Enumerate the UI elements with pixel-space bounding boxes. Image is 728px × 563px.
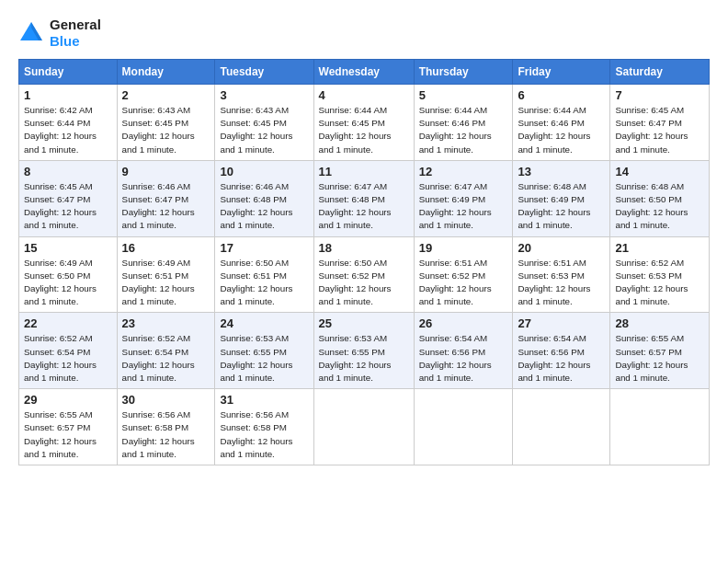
daylight-label: Daylight: 12 hoursand 1 minute. (122, 131, 195, 154)
daylight-label: Daylight: 12 hoursand 1 minute. (419, 360, 492, 383)
calendar-cell: 17 Sunrise: 6:50 AM Sunset: 6:51 PM Dayl… (215, 236, 313, 313)
calendar-header-tuesday: Tuesday (215, 60, 313, 85)
sunset-label: Sunset: 6:56 PM (419, 347, 485, 357)
calendar-cell: 31 Sunrise: 6:56 AM Sunset: 6:58 PM Dayl… (215, 389, 313, 465)
day-number: 27 (518, 316, 605, 330)
day-info: Sunrise: 6:51 AM Sunset: 6:52 PM Dayligh… (419, 257, 508, 309)
sunrise-label: Sunrise: 6:53 AM (319, 333, 388, 343)
day-info: Sunrise: 6:43 AM Sunset: 6:45 PM Dayligh… (122, 104, 210, 156)
day-info: Sunrise: 6:55 AM Sunset: 6:57 PM Dayligh… (24, 408, 112, 461)
day-number: 30 (122, 393, 210, 407)
sunset-label: Sunset: 6:45 PM (122, 118, 188, 128)
daylight-label: Daylight: 12 hoursand 1 minute. (419, 207, 492, 230)
day-number: 9 (122, 165, 210, 178)
calendar-cell (313, 389, 414, 465)
calendar-cell: 1 Sunrise: 6:42 AM Sunset: 6:44 PM Dayli… (19, 85, 118, 161)
sunrise-label: Sunrise: 6:48 AM (518, 181, 586, 191)
sunrise-label: Sunrise: 6:48 AM (615, 181, 684, 191)
daylight-label: Daylight: 12 hoursand 1 minute. (319, 131, 392, 154)
calendar-week-1: 1 Sunrise: 6:42 AM Sunset: 6:44 PM Dayli… (19, 85, 710, 161)
logo: General Blue (18, 17, 101, 50)
sunset-label: Sunset: 6:51 PM (220, 270, 286, 281)
daylight-label: Daylight: 12 hoursand 1 minute. (220, 131, 292, 154)
daylight-label: Daylight: 12 hoursand 1 minute. (24, 436, 97, 459)
daylight-label: Daylight: 12 hoursand 1 minute. (518, 207, 590, 230)
day-number: 26 (419, 316, 508, 330)
sunset-label: Sunset: 6:55 PM (220, 347, 286, 357)
sunrise-label: Sunrise: 6:44 AM (518, 105, 586, 115)
daylight-label: Daylight: 12 hoursand 1 minute. (615, 131, 688, 154)
calendar-cell (414, 389, 513, 465)
calendar-cell: 22 Sunrise: 6:52 AM Sunset: 6:54 PM Dayl… (19, 313, 118, 389)
calendar-header-wednesday: Wednesday (313, 60, 414, 85)
sunset-label: Sunset: 6:58 PM (122, 422, 188, 432)
day-number: 7 (615, 88, 704, 102)
day-number: 28 (615, 316, 704, 330)
day-info: Sunrise: 6:48 AM Sunset: 6:50 PM Dayligh… (615, 180, 704, 233)
day-info: Sunrise: 6:54 AM Sunset: 6:56 PM Dayligh… (518, 332, 605, 385)
sunset-label: Sunset: 6:45 PM (319, 118, 385, 128)
sunrise-label: Sunrise: 6:54 AM (518, 333, 586, 343)
sunset-label: Sunset: 6:53 PM (615, 270, 681, 281)
sunrise-label: Sunrise: 6:46 AM (122, 181, 191, 191)
daylight-label: Daylight: 12 hoursand 1 minute. (122, 283, 195, 306)
calendar-cell: 23 Sunrise: 6:52 AM Sunset: 6:54 PM Dayl… (117, 313, 215, 389)
day-info: Sunrise: 6:52 AM Sunset: 6:54 PM Dayligh… (24, 332, 112, 385)
day-info: Sunrise: 6:50 AM Sunset: 6:51 PM Dayligh… (220, 257, 308, 309)
calendar-cell: 5 Sunrise: 6:44 AM Sunset: 6:46 PM Dayli… (414, 85, 513, 161)
day-info: Sunrise: 6:53 AM Sunset: 6:55 PM Dayligh… (220, 332, 308, 385)
day-number: 13 (518, 165, 605, 178)
day-number: 16 (122, 241, 210, 255)
day-number: 31 (220, 393, 308, 407)
sunrise-label: Sunrise: 6:50 AM (319, 258, 388, 268)
calendar-cell: 3 Sunrise: 6:43 AM Sunset: 6:45 PM Dayli… (215, 85, 313, 161)
calendar-cell: 8 Sunrise: 6:45 AM Sunset: 6:47 PM Dayli… (19, 160, 118, 236)
day-info: Sunrise: 6:47 AM Sunset: 6:49 PM Dayligh… (419, 180, 508, 233)
sunset-label: Sunset: 6:48 PM (319, 194, 385, 204)
sunrise-label: Sunrise: 6:51 AM (419, 258, 488, 268)
logo-triangle-icon (18, 20, 44, 46)
page: General Blue SundayMondayTuesdayWednesda… (0, 0, 728, 563)
sunset-label: Sunset: 6:52 PM (419, 270, 485, 281)
sunrise-label: Sunrise: 6:45 AM (24, 181, 93, 191)
day-number: 24 (220, 316, 308, 330)
calendar-cell (513, 389, 610, 465)
sunset-label: Sunset: 6:57 PM (24, 422, 90, 432)
day-info: Sunrise: 6:51 AM Sunset: 6:53 PM Dayligh… (518, 257, 605, 309)
calendar-cell (610, 389, 710, 465)
calendar-week-5: 29 Sunrise: 6:55 AM Sunset: 6:57 PM Dayl… (19, 389, 710, 465)
day-number: 10 (220, 165, 308, 178)
sunrise-label: Sunrise: 6:44 AM (419, 105, 488, 115)
sunset-label: Sunset: 6:58 PM (220, 422, 286, 432)
sunset-label: Sunset: 6:44 PM (24, 118, 90, 128)
calendar-cell: 20 Sunrise: 6:51 AM Sunset: 6:53 PM Dayl… (513, 236, 610, 313)
day-number: 25 (319, 316, 409, 330)
sunset-label: Sunset: 6:52 PM (319, 270, 385, 281)
calendar-cell: 21 Sunrise: 6:52 AM Sunset: 6:53 PM Dayl… (610, 236, 710, 313)
day-info: Sunrise: 6:46 AM Sunset: 6:48 PM Dayligh… (220, 180, 308, 233)
daylight-label: Daylight: 12 hoursand 1 minute. (24, 207, 97, 230)
calendar-cell: 25 Sunrise: 6:53 AM Sunset: 6:55 PM Dayl… (313, 313, 414, 389)
calendar-cell: 9 Sunrise: 6:46 AM Sunset: 6:47 PM Dayli… (117, 160, 215, 236)
logo-general-text: General (50, 17, 101, 33)
day-info: Sunrise: 6:52 AM Sunset: 6:54 PM Dayligh… (122, 332, 210, 385)
daylight-label: Daylight: 12 hoursand 1 minute. (518, 360, 590, 383)
logo-blue-text: Blue (50, 33, 101, 50)
sunrise-label: Sunrise: 6:45 AM (615, 105, 684, 115)
daylight-label: Daylight: 12 hoursand 1 minute. (220, 360, 292, 383)
calendar-cell: 29 Sunrise: 6:55 AM Sunset: 6:57 PM Dayl… (19, 389, 118, 465)
daylight-label: Daylight: 12 hoursand 1 minute. (220, 283, 292, 306)
sunrise-label: Sunrise: 6:52 AM (122, 333, 191, 343)
daylight-label: Daylight: 12 hoursand 1 minute. (24, 131, 97, 154)
sunset-label: Sunset: 6:49 PM (419, 194, 485, 204)
sunset-label: Sunset: 6:47 PM (122, 194, 188, 204)
sunset-label: Sunset: 6:50 PM (615, 194, 681, 204)
calendar-header-sunday: Sunday (19, 60, 118, 85)
sunset-label: Sunset: 6:45 PM (220, 118, 286, 128)
sunrise-label: Sunrise: 6:50 AM (220, 258, 289, 268)
day-number: 15 (24, 241, 112, 255)
calendar-header-saturday: Saturday (610, 60, 710, 85)
day-info: Sunrise: 6:52 AM Sunset: 6:53 PM Dayligh… (615, 257, 704, 309)
calendar-cell: 18 Sunrise: 6:50 AM Sunset: 6:52 PM Dayl… (313, 236, 414, 313)
sunrise-label: Sunrise: 6:43 AM (220, 105, 289, 115)
